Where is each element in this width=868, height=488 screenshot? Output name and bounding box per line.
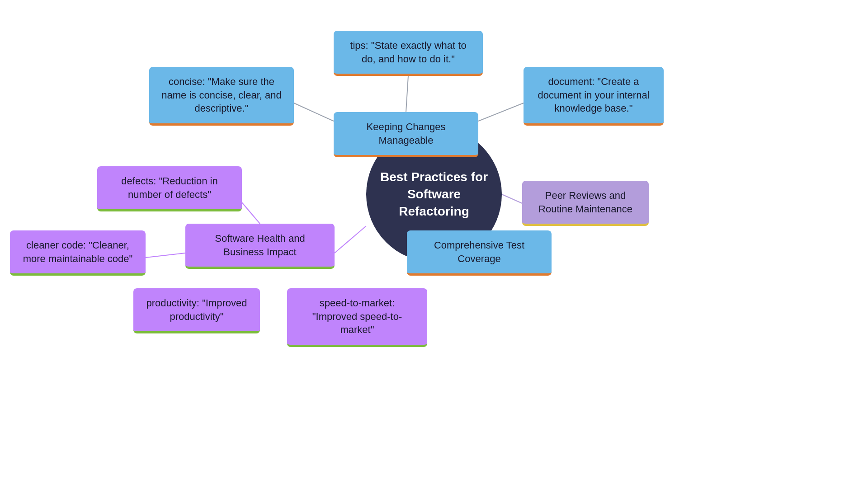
software-health-node: Software Health and Business Impact — [185, 224, 335, 269]
keeping-node: Keeping Changes Manageable — [334, 112, 478, 157]
tips-node: tips: "State exactly what to do, and how… — [334, 31, 483, 76]
svg-line-2 — [406, 76, 408, 112]
svg-line-6 — [335, 226, 366, 253]
svg-line-8 — [242, 202, 260, 224]
cleaner-code-node: cleaner code: "Cleaner, more maintainabl… — [10, 230, 146, 276]
defects-node: defects: "Reduction in number of defects… — [97, 166, 242, 211]
document-node: document: "Create a document in your int… — [524, 67, 664, 126]
svg-line-3 — [294, 103, 334, 121]
productivity-node: productivity: "Improved productivity" — [133, 288, 260, 333]
peer-reviews-node: Peer Reviews and Routine Maintenance — [522, 181, 649, 226]
svg-line-9 — [146, 253, 185, 258]
svg-line-5 — [502, 194, 522, 203]
speed-to-market-node: speed-to-market: "Improved speed-to-mark… — [287, 288, 427, 347]
concise-node: concise: "Make sure the name is concise,… — [149, 67, 294, 126]
test-coverage-node: Comprehensive Test Coverage — [407, 230, 552, 276]
svg-line-4 — [478, 103, 524, 121]
